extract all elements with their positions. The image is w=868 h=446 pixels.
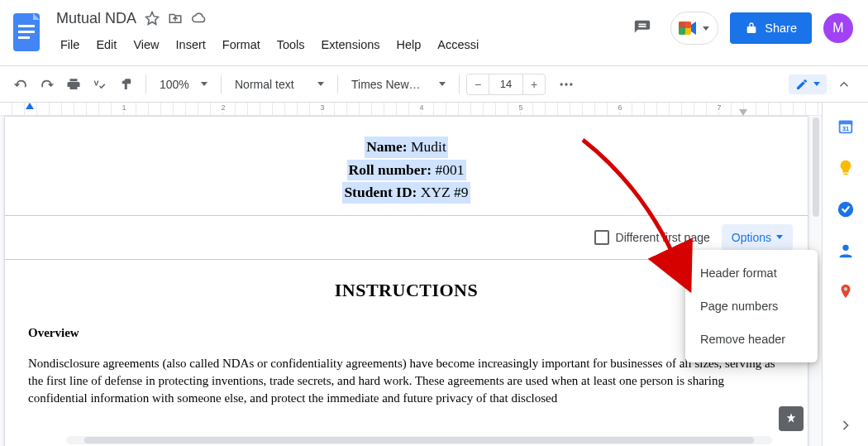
more-toolbar-button[interactable] (554, 72, 579, 97)
different-first-page-label: Different first page (616, 231, 710, 244)
svg-rect-11 (838, 121, 852, 125)
header-line-2[interactable]: Roll number: #001 (347, 160, 466, 181)
svg-point-9 (570, 83, 572, 85)
titlebar: Mutual NDA File Edit View Insert Format … (0, 0, 868, 66)
chevron-down-icon (776, 235, 783, 239)
pencil-icon (795, 78, 808, 91)
paragraph-style-value: Normal text (235, 78, 294, 91)
spellcheck-button[interactable] (88, 72, 112, 97)
meet-button[interactable] (670, 12, 718, 45)
font-size-value[interactable]: 14 (489, 74, 522, 95)
separator (459, 75, 460, 94)
page-header[interactable]: Name: Mudit Roll number: #001 Student ID… (5, 117, 808, 215)
vertical-scrollbar[interactable] (813, 117, 819, 217)
menu-format[interactable]: Format (215, 35, 268, 55)
font-size-increase[interactable]: + (522, 74, 546, 95)
ruler-num: 2 (219, 103, 227, 112)
chevron-down-icon (703, 26, 709, 31)
ruler-num: 1 (120, 103, 127, 112)
comments-icon[interactable] (626, 12, 659, 45)
menu-view[interactable]: View (126, 35, 166, 55)
ruler-num: 5 (517, 103, 524, 112)
menubar: File Edit View Insert Format Tools Exten… (53, 35, 486, 55)
font-family-dropdown[interactable]: Times New… (345, 72, 452, 97)
menu-accessibility[interactable]: Accessi (430, 35, 486, 55)
font-size-decrease[interactable]: − (466, 74, 489, 95)
different-first-page-checkbox[interactable]: Different first page (594, 230, 710, 245)
indent-marker-left-icon[interactable] (26, 103, 34, 109)
option-remove-header[interactable]: Remove header (685, 323, 818, 356)
redo-button[interactable] (35, 72, 60, 97)
svg-rect-3 (18, 36, 30, 39)
options-label: Options (732, 231, 771, 244)
header-options-button[interactable]: Options (722, 224, 793, 251)
side-panel-collapse-icon[interactable] (837, 417, 854, 436)
avatar-initial: M (832, 21, 843, 36)
svg-rect-6 (679, 22, 691, 28)
paint-format-button[interactable] (114, 72, 139, 97)
menu-file[interactable]: File (53, 35, 87, 55)
body-title[interactable]: INSTRUCTIONS (28, 280, 785, 301)
calendar-icon[interactable]: 31 (837, 117, 855, 136)
menu-tools[interactable]: Tools (269, 35, 312, 55)
ruler-num: 3 (318, 103, 326, 112)
ruler-num: 6 (616, 103, 623, 112)
docs-logo-icon[interactable] (10, 10, 43, 55)
lock-icon (745, 22, 758, 35)
workspace: 1 2 3 4 5 6 7 Name: Mudit Roll number: #… (0, 103, 868, 446)
ruler-num: 7 (715, 103, 723, 112)
chevron-down-icon (439, 82, 446, 86)
explore-button[interactable] (779, 406, 804, 431)
header-line-3[interactable]: Student ID: XYZ #9 (342, 182, 470, 204)
menu-help[interactable]: Help (389, 35, 429, 55)
title-stack: Mutual NDA File Edit View Insert Format … (53, 7, 486, 55)
font-size-stepper: − 14 + (466, 74, 546, 95)
maps-icon[interactable] (837, 283, 855, 301)
menu-extensions[interactable]: Extensions (314, 35, 388, 55)
paragraph-style-dropdown[interactable]: Normal text (228, 72, 331, 97)
chevron-down-icon (201, 82, 207, 86)
header-options-menu: Header format Page numbers Remove header (685, 250, 818, 362)
zoom-value: 100% (160, 78, 189, 91)
option-header-format[interactable]: Header format (685, 257, 818, 290)
side-panel: 31 (822, 103, 868, 446)
title-right: Share M (626, 12, 858, 45)
zoom-dropdown[interactable]: 100% (153, 72, 214, 97)
svg-point-16 (842, 245, 848, 251)
editing-mode-dropdown[interactable] (789, 74, 827, 94)
font-family-value: Times New… (351, 78, 421, 91)
undo-button[interactable] (8, 72, 33, 97)
keep-icon[interactable] (837, 159, 855, 177)
svg-rect-1 (18, 25, 35, 27)
star-icon[interactable] (145, 11, 160, 26)
cloud-saved-icon[interactable] (191, 11, 207, 26)
svg-point-8 (565, 83, 567, 85)
contacts-icon[interactable] (837, 242, 855, 260)
chevron-down-icon (317, 82, 324, 86)
horizontal-scrollbar[interactable] (66, 436, 772, 444)
separator (337, 75, 338, 94)
move-icon[interactable] (168, 11, 183, 26)
menu-edit[interactable]: Edit (88, 35, 124, 55)
body-paragraph[interactable]: Nondisclosure agreements (also called ND… (28, 355, 785, 407)
separator (221, 75, 222, 94)
option-page-numbers[interactable]: Page numbers (685, 290, 818, 323)
svg-rect-14 (843, 173, 848, 175)
svg-point-18 (843, 287, 847, 290)
indent-marker-right-icon[interactable] (739, 109, 747, 116)
body-subhead[interactable]: Overview (28, 326, 785, 340)
tasks-icon[interactable] (837, 200, 855, 218)
share-button[interactable]: Share (730, 12, 812, 44)
collapse-toolbar-button[interactable] (832, 72, 856, 97)
horizontal-ruler[interactable]: 1 2 3 4 5 6 7 (0, 103, 822, 116)
doc-title[interactable]: Mutual NDA (53, 10, 136, 27)
menu-insert[interactable]: Insert (169, 35, 213, 55)
separator (145, 75, 146, 94)
chevron-down-icon (813, 82, 820, 86)
share-label: Share (765, 22, 797, 35)
svg-text:31: 31 (842, 125, 848, 132)
avatar[interactable]: M (823, 13, 853, 43)
print-button[interactable] (61, 72, 86, 97)
header-line-1[interactable]: Name: Mudit (365, 137, 448, 158)
svg-rect-2 (18, 31, 35, 33)
